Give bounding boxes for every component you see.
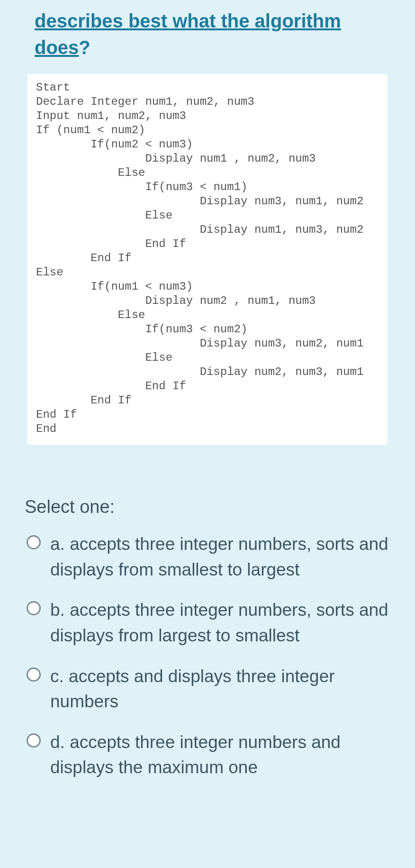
pseudocode-block: Start Declare Integer num1, num2, num3 I… — [27, 74, 388, 445]
radio-b[interactable] — [27, 601, 41, 615]
option-c[interactable]: c. accepts and displays three integer nu… — [23, 663, 392, 714]
option-d-letter: d. — [50, 732, 65, 752]
option-b[interactable]: b. accepts three integer numbers, sorts … — [23, 596, 392, 648]
question-title: describes best what the algorithm does? — [23, 0, 392, 61]
option-a-text: a. accepts three integer numbers, sorts … — [50, 530, 392, 582]
radio-c[interactable] — [27, 667, 41, 682]
radio-d[interactable] — [27, 733, 41, 748]
option-d-text: d. accepts three integer numbers and dis… — [50, 729, 392, 780]
option-c-letter: c. — [50, 667, 64, 686]
option-b-label: accepts three integer numbers, sorts and… — [50, 600, 388, 645]
option-a[interactable]: a. accepts three integer numbers, sorts … — [23, 530, 392, 582]
select-one-label: Select one: — [25, 497, 392, 517]
options-group: a. accepts three integer numbers, sorts … — [23, 530, 392, 780]
radio-a[interactable] — [27, 535, 41, 549]
question-mark: ? — [79, 34, 90, 61]
option-c-text: c. accepts and displays three integer nu… — [50, 663, 392, 714]
option-b-text: b. accepts three integer numbers, sorts … — [50, 596, 392, 648]
option-c-label: accepts and displays three integer numbe… — [50, 667, 335, 712]
option-d-label: accepts three integer numbers and displa… — [50, 732, 341, 777]
option-b-letter: b. — [50, 600, 65, 620]
option-a-label: accepts three integer numbers, sorts and… — [50, 534, 388, 579]
option-a-letter: a. — [50, 534, 65, 554]
option-d[interactable]: d. accepts three integer numbers and dis… — [23, 729, 392, 780]
